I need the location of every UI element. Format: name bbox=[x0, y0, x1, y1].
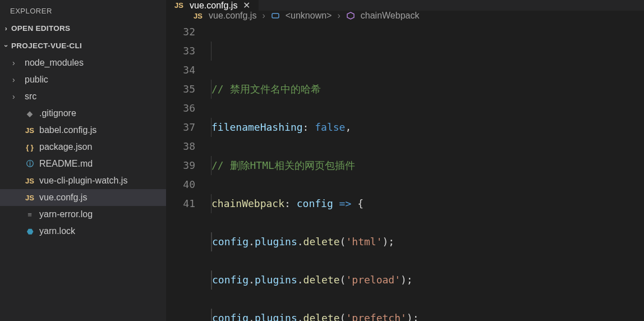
chevron-right-icon: › bbox=[12, 58, 20, 67]
file-yarn-error[interactable]: ≡ yarn-error.log bbox=[0, 206, 166, 223]
tab-label: vue.confg.js bbox=[190, 1, 237, 11]
file-yarn-lock[interactable]: ⬣ yarn.lock bbox=[0, 223, 166, 240]
file-package-json[interactable]: { } package.json bbox=[0, 139, 166, 155]
js-icon: JS bbox=[193, 12, 203, 20]
info-icon: ⓘ bbox=[25, 159, 35, 169]
code-editor[interactable]: 32 33 34 35 36 37 38 39 40 41 // 禁用文件名中的… bbox=[166, 21, 644, 321]
tab-bar: JS vue.confg.js ✕ bbox=[166, 0, 644, 11]
js-icon: JS bbox=[25, 177, 35, 185]
tab-vue-config[interactable]: JS vue.confg.js ✕ bbox=[166, 0, 259, 11]
project-section[interactable]: › PROJECT-VUE-CLI bbox=[0, 37, 166, 54]
file-vue-config[interactable]: JS vue.confg.js bbox=[0, 189, 166, 206]
breadcrumb-symbol-1[interactable]: <unknown> bbox=[286, 11, 332, 21]
folder-public[interactable]: › public bbox=[0, 71, 166, 88]
line-gutter: 32 33 34 35 36 37 38 39 40 41 bbox=[166, 22, 211, 321]
chevron-right-icon: › bbox=[2, 25, 10, 33]
editor-area: JS vue.confg.js ✕ JS vue.confg.js › <unk… bbox=[166, 0, 644, 321]
yarn-icon: ⬣ bbox=[25, 227, 35, 236]
symbol-icon bbox=[271, 11, 280, 20]
chevron-right-icon: › bbox=[337, 11, 340, 21]
js-icon: JS bbox=[174, 1, 184, 10]
file-gitignore[interactable]: ◆ .gitignore bbox=[0, 105, 166, 122]
chevron-down-icon: › bbox=[2, 42, 10, 50]
explorer-sidebar: EXPLORER › OPEN EDITORS › PROJECT-VUE-CL… bbox=[0, 0, 166, 321]
method-icon bbox=[346, 11, 355, 20]
breadcrumb-file[interactable]: vue.confg.js bbox=[209, 11, 256, 21]
breadcrumb-symbol-2[interactable]: chainWebpack bbox=[361, 11, 420, 21]
folder-node-modules[interactable]: › node_modules bbox=[0, 54, 166, 71]
js-icon: JS bbox=[25, 126, 35, 135]
git-icon: ◆ bbox=[25, 109, 35, 118]
json-icon: { } bbox=[25, 143, 35, 152]
chevron-right-icon: › bbox=[12, 75, 20, 84]
explorer-title: EXPLORER bbox=[0, 2, 166, 20]
file-babel-config[interactable]: JS babel.config.js bbox=[0, 122, 166, 139]
svg-rect-0 bbox=[272, 13, 279, 18]
chevron-right-icon: › bbox=[262, 11, 265, 21]
open-editors-section[interactable]: › OPEN EDITORS bbox=[0, 20, 166, 37]
log-icon: ≡ bbox=[25, 210, 35, 219]
chevron-right-icon: › bbox=[12, 92, 20, 101]
js-icon: JS bbox=[25, 194, 35, 202]
folder-src[interactable]: › src bbox=[0, 88, 166, 105]
file-tree: › node_modules › public › src ◆ .gitigno… bbox=[0, 54, 166, 240]
file-vue-cli-plugin[interactable]: JS vue-cli-plugin-watch.js bbox=[0, 172, 166, 189]
breadcrumb[interactable]: JS vue.confg.js › <unknown> › chainWebpa… bbox=[166, 11, 644, 21]
code-content[interactable]: // 禁用文件名中的哈希 filenameHashing: false, // … bbox=[211, 22, 644, 321]
close-icon[interactable]: ✕ bbox=[243, 0, 250, 11]
file-readme[interactable]: ⓘ README.md bbox=[0, 155, 166, 172]
